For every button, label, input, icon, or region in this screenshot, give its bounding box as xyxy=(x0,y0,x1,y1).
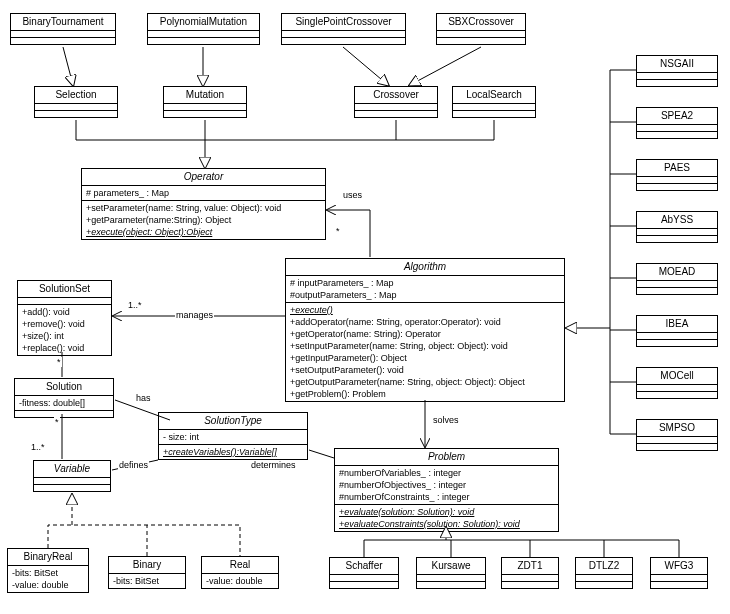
class-abyss: AbYSS xyxy=(636,211,718,243)
class-single-point-crossover: SinglePointCrossover xyxy=(281,13,406,45)
class-title: BinaryTournament xyxy=(11,14,115,31)
uml-diagram: { "classes": { "BinaryTournament": { "ti… xyxy=(0,0,730,614)
op: +addOperator(name: String, operator:Oper… xyxy=(290,316,560,328)
label-has: has xyxy=(135,393,152,403)
class-title: SolutionType xyxy=(159,413,307,430)
op: +createVariables():Variable[] xyxy=(163,446,303,458)
label-one-many: 1..* xyxy=(30,442,46,452)
class-ibea: IBEA xyxy=(636,315,718,347)
label-star: * xyxy=(54,417,60,427)
class-title: Solution xyxy=(15,379,113,396)
attr: #numberOfConstraints_ : integer xyxy=(339,491,554,503)
class-title: PolynomialMutation xyxy=(148,14,259,31)
label-star: * xyxy=(56,357,62,367)
class-mocell: MOCell xyxy=(636,367,718,399)
class-title: SolutionSet xyxy=(18,281,111,298)
class-title: SinglePointCrossover xyxy=(282,14,405,31)
label-star: * xyxy=(335,226,341,236)
label-determines: determines xyxy=(250,460,297,470)
attr: -value: double xyxy=(206,575,274,587)
class-title: MOEAD xyxy=(637,264,717,281)
label-one-many: 1..* xyxy=(127,300,143,310)
class-title: Real xyxy=(202,557,278,574)
attr: # inputParameters_ : Map xyxy=(290,277,560,289)
class-wfg3: WFG3 xyxy=(650,557,708,589)
class-solution-set: SolutionSet +add(): void +remove(): void… xyxy=(17,280,112,356)
label-defines: defines xyxy=(118,460,149,470)
class-problem: Problem #numberOfVariables_ : integer #n… xyxy=(334,448,559,532)
class-title: Crossover xyxy=(355,87,437,104)
op: +execute(object: Object):Object xyxy=(86,226,321,238)
op: +replace(): void xyxy=(22,342,107,354)
class-binary: Binary -bits: BitSet xyxy=(108,556,186,589)
class-title: ZDT1 xyxy=(502,558,558,575)
attr: #numberOfObjectives_ : integer xyxy=(339,479,554,491)
op: +getInputParameter(): Object xyxy=(290,352,560,364)
op: +evaluateConstraints(solution: Solution)… xyxy=(339,518,554,530)
class-title: SBXCrossover xyxy=(437,14,525,31)
class-polynomial-mutation: PolynomialMutation xyxy=(147,13,260,45)
class-paes: PAES xyxy=(636,159,718,191)
op: +setOutputParameter(): void xyxy=(290,364,560,376)
class-title: Binary xyxy=(109,557,185,574)
class-title: Algorithm xyxy=(286,259,564,276)
class-title: WFG3 xyxy=(651,558,707,575)
class-kursawe: Kursawe xyxy=(416,557,486,589)
class-crossover: Crossover xyxy=(354,86,438,118)
class-binary-tournament: BinaryTournament xyxy=(10,13,116,45)
class-zdt1: ZDT1 xyxy=(501,557,559,589)
attr: - size: int xyxy=(163,431,303,443)
class-title: PAES xyxy=(637,160,717,177)
label-solves: solves xyxy=(432,415,460,425)
op: +size(): int xyxy=(22,330,107,342)
class-title: Operator xyxy=(82,169,325,186)
class-title: DTLZ2 xyxy=(576,558,632,575)
class-moead: MOEAD xyxy=(636,263,718,295)
class-title: SMPSO xyxy=(637,420,717,437)
class-real: Real -value: double xyxy=(201,556,279,589)
class-title: Schaffer xyxy=(330,558,398,575)
class-variable: Variable xyxy=(33,460,111,492)
class-title: MOCell xyxy=(637,368,717,385)
class-solution-type: SolutionType - size: int +createVariable… xyxy=(158,412,308,460)
class-solution: Solution -fitness: double[] xyxy=(14,378,114,418)
attr: -bits: BitSet xyxy=(12,567,84,579)
op: +getOperator(name: String): Operator xyxy=(290,328,560,340)
op: +execute() xyxy=(290,304,560,316)
class-title: Kursawe xyxy=(417,558,485,575)
attr: # parameters_ : Map xyxy=(86,187,321,199)
class-schaffer: Schaffer xyxy=(329,557,399,589)
attr: -bits: BitSet xyxy=(113,575,181,587)
svg-line-2 xyxy=(343,47,388,85)
class-title: Selection xyxy=(35,87,117,104)
class-title: AbYSS xyxy=(637,212,717,229)
class-title: Mutation xyxy=(164,87,246,104)
op: +evaluate(solution: Solution): void xyxy=(339,506,554,518)
class-operator: Operator # parameters_ : Map +setParamet… xyxy=(81,168,326,240)
class-binary-real: BinaryReal -bits: BitSet -value: double xyxy=(7,548,89,593)
class-local-search: LocalSearch xyxy=(452,86,536,118)
class-dtlz2: DTLZ2 xyxy=(575,557,633,589)
op: +getParameter(name:String): Object xyxy=(86,214,321,226)
class-nsgaii: NSGAII xyxy=(636,55,718,87)
op: +getProblem(): Problem xyxy=(290,388,560,400)
class-mutation: Mutation xyxy=(163,86,247,118)
svg-line-0 xyxy=(63,47,73,85)
class-selection: Selection xyxy=(34,86,118,118)
svg-line-3 xyxy=(410,47,481,85)
attr: -value: double xyxy=(12,579,84,591)
class-algorithm: Algorithm # inputParameters_ : Map #outp… xyxy=(285,258,565,402)
op: +getOutputParameter(name: String, object… xyxy=(290,376,560,388)
op: +setParameter(name: String, value: Objec… xyxy=(86,202,321,214)
label-manages: manages xyxy=(175,310,214,320)
class-title: Problem xyxy=(335,449,558,466)
attr: #outputParameters_ : Map xyxy=(290,289,560,301)
op: +setInputParameter(name: String, object:… xyxy=(290,340,560,352)
label-uses: uses xyxy=(342,190,363,200)
class-title: SPEA2 xyxy=(637,108,717,125)
class-title: BinaryReal xyxy=(8,549,88,566)
op: +remove(): void xyxy=(22,318,107,330)
class-smpso: SMPSO xyxy=(636,419,718,451)
attr: -fitness: double[] xyxy=(19,397,109,409)
class-title: IBEA xyxy=(637,316,717,333)
